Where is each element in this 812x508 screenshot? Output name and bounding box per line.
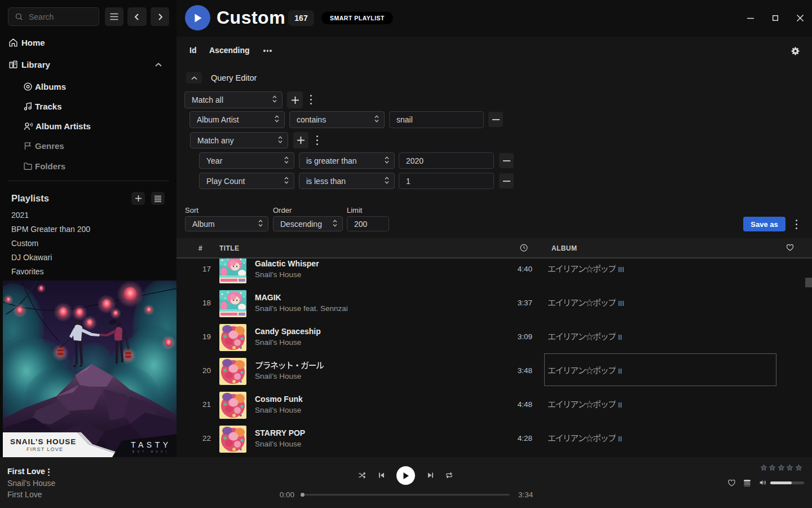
svg-text:FIRST LOVE: FIRST LOVE	[27, 446, 63, 452]
svg-text:SNAIL’S HOUSE: SNAIL’S HOUSE	[10, 437, 76, 446]
svg-text:B S T . M A X I: B S T . M A X I	[133, 450, 167, 453]
svg-text:TASTY: TASTY	[131, 440, 171, 449]
